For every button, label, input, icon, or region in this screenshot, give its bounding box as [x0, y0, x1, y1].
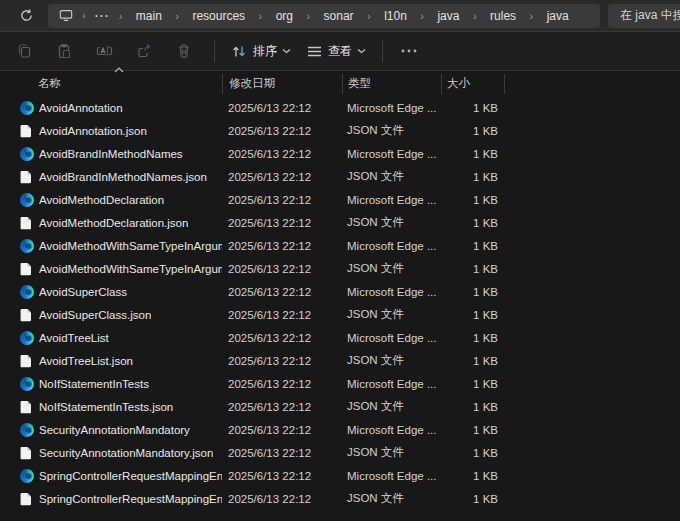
- column-headers: 名称 修改日期 类型 大小: [0, 71, 680, 96]
- column-header-name[interactable]: 名称: [0, 74, 222, 94]
- file-name: SpringControllerRequestMappingEnti...: [39, 493, 222, 505]
- breadcrumb-item[interactable]: main: [131, 7, 167, 25]
- file-type: Microsoft Edge ...: [342, 148, 441, 160]
- file-row[interactable]: AvoidBrandInMethodNames 2025/6/13 22:12 …: [0, 142, 680, 165]
- breadcrumb-overflow-button[interactable]: ···: [90, 7, 115, 25]
- file-type: JSON 文件: [342, 491, 441, 506]
- file-row[interactable]: SpringControllerRequestMappingEnti... 20…: [0, 487, 680, 510]
- breadcrumb-item[interactable]: rules: [485, 7, 521, 25]
- column-header-date-modified[interactable]: 修改日期: [222, 74, 342, 94]
- breadcrumb-item[interactable]: resources: [187, 7, 250, 25]
- edge-file-icon: [20, 423, 34, 437]
- file-name: SecurityAnnotationMandatory.json: [39, 447, 213, 459]
- breadcrumb-item[interactable]: java: [542, 7, 574, 25]
- refresh-button[interactable]: [12, 4, 40, 28]
- breadcrumb-item[interactable]: l10n: [379, 7, 412, 25]
- more-button[interactable]: [391, 36, 427, 66]
- file-date-modified: 2025/6/13 22:12: [222, 148, 342, 160]
- file-row[interactable]: AvoidTreeList 2025/6/13 22:12 Microsoft …: [0, 326, 680, 349]
- file-date-modified: 2025/6/13 22:12: [222, 332, 342, 344]
- file-size: 1 KB: [441, 148, 505, 160]
- breadcrumb-chevron-icon: ›: [171, 10, 183, 22]
- file-name: NoIfStatementInTests: [39, 378, 149, 390]
- edge-file-icon: [20, 239, 34, 253]
- file-list: 名称 修改日期 类型 大小 AvoidAnnotation 2025/6/13 …: [0, 71, 680, 510]
- json-document-icon: [20, 354, 32, 368]
- search-input[interactable]: [608, 9, 680, 23]
- file-row[interactable]: AvoidSuperClass 2025/6/13 22:12 Microsof…: [0, 280, 680, 303]
- file-row[interactable]: AvoidAnnotation.json 2025/6/13 22:12 JSO…: [0, 119, 680, 142]
- breadcrumb[interactable]: › ··· › main › resources › org › sonar ›…: [48, 4, 600, 28]
- share-button[interactable]: [126, 36, 162, 66]
- file-name: AvoidTreeList.json: [39, 355, 133, 367]
- json-document-icon: [20, 216, 32, 230]
- edge-file-icon: [20, 377, 34, 391]
- file-row[interactable]: AvoidMethodDeclaration 2025/6/13 22:12 M…: [0, 188, 680, 211]
- file-row[interactable]: AvoidAnnotation 2025/6/13 22:12 Microsof…: [0, 96, 680, 119]
- file-name: AvoidAnnotation.json: [39, 125, 147, 137]
- file-row[interactable]: SpringControllerRequestMappingEnti... 20…: [0, 464, 680, 487]
- rename-button[interactable]: [86, 36, 122, 66]
- file-type: Microsoft Edge ...: [342, 470, 441, 482]
- more-icon: [401, 49, 417, 53]
- file-type: Microsoft Edge ...: [342, 378, 441, 390]
- paste-button[interactable]: [46, 36, 82, 66]
- copy-button[interactable]: [6, 36, 42, 66]
- edge-file-icon: [20, 147, 34, 161]
- file-name: AvoidSuperClass: [39, 286, 127, 298]
- file-row[interactable]: AvoidMethodWithSameTypeInArgum... 2025/6…: [0, 234, 680, 257]
- file-size: 1 KB: [441, 378, 505, 390]
- file-date-modified: 2025/6/13 22:12: [222, 309, 342, 321]
- file-type: JSON 文件: [342, 445, 441, 460]
- file-row[interactable]: SecurityAnnotationMandatory.json 2025/6/…: [0, 441, 680, 464]
- file-name: AvoidBrandInMethodNames: [39, 148, 183, 160]
- file-name: AvoidMethodDeclaration.json: [39, 217, 188, 229]
- file-date-modified: 2025/6/13 22:12: [222, 240, 342, 252]
- breadcrumb-chevron-icon: ›: [302, 10, 314, 22]
- file-type: JSON 文件: [342, 169, 441, 184]
- file-size: 1 KB: [441, 240, 505, 252]
- file-name: AvoidTreeList: [39, 332, 109, 344]
- file-name: AvoidMethodWithSameTypeInArgum...: [39, 240, 222, 252]
- this-pc-icon: [54, 9, 78, 22]
- file-size: 1 KB: [441, 286, 505, 298]
- sort-button[interactable]: 排序: [223, 36, 299, 66]
- file-date-modified: 2025/6/13 22:12: [222, 355, 342, 367]
- breadcrumb-chevron-icon: ›: [115, 10, 127, 22]
- breadcrumb-item[interactable]: sonar: [319, 7, 359, 25]
- edge-file-icon: [20, 101, 34, 115]
- file-row[interactable]: NoIfStatementInTests.json 2025/6/13 22:1…: [0, 395, 680, 418]
- json-document-icon: [20, 170, 32, 184]
- search-box[interactable]: [608, 4, 680, 28]
- file-row[interactable]: NoIfStatementInTests 2025/6/13 22:12 Mic…: [0, 372, 680, 395]
- breadcrumb-item[interactable]: org: [271, 7, 298, 25]
- breadcrumb-chevron-icon: ›: [363, 10, 375, 22]
- file-type: Microsoft Edge ...: [342, 286, 441, 298]
- column-header-size[interactable]: 大小: [441, 74, 505, 94]
- file-row[interactable]: AvoidTreeList.json 2025/6/13 22:12 JSON …: [0, 349, 680, 372]
- rename-icon: [96, 43, 113, 59]
- delete-button[interactable]: [166, 36, 202, 66]
- file-row[interactable]: AvoidSuperClass.json 2025/6/13 22:12 JSO…: [0, 303, 680, 326]
- file-type: JSON 文件: [342, 353, 441, 368]
- file-row[interactable]: SecurityAnnotationMandatory 2025/6/13 22…: [0, 418, 680, 441]
- refresh-icon: [19, 8, 34, 23]
- file-size: 1 KB: [441, 355, 505, 367]
- column-header-type[interactable]: 类型: [342, 74, 441, 94]
- view-button[interactable]: 查看: [299, 36, 374, 66]
- file-type: Microsoft Edge ...: [342, 240, 441, 252]
- chevron-down-icon: [282, 48, 291, 54]
- file-size: 1 KB: [441, 332, 505, 344]
- file-date-modified: 2025/6/13 22:12: [222, 493, 342, 505]
- breadcrumb-item[interactable]: java: [432, 7, 464, 25]
- sort-icon: [231, 44, 247, 59]
- file-type: JSON 文件: [342, 123, 441, 138]
- file-row[interactable]: AvoidMethodWithSameTypeInArgum... 2025/6…: [0, 257, 680, 280]
- json-document-icon: [20, 124, 32, 138]
- file-type: Microsoft Edge ...: [342, 102, 441, 114]
- sort-label: 排序: [253, 43, 277, 60]
- file-row[interactable]: AvoidBrandInMethodNames.json 2025/6/13 2…: [0, 165, 680, 188]
- file-date-modified: 2025/6/13 22:12: [222, 470, 342, 482]
- file-row[interactable]: AvoidMethodDeclaration.json 2025/6/13 22…: [0, 211, 680, 234]
- json-document-icon: [20, 400, 32, 414]
